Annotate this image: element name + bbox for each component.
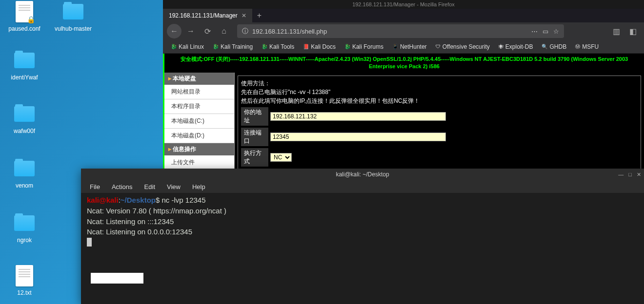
bookmark-ghdb[interactable]: 🔍GHDB (538, 42, 570, 51)
desktop-icon-paused-conf[interactable]: paused.conf (5, 0, 44, 32)
terminal-window: kali@kali: ~/Desktop — □ ✕ FileActionsEd… (81, 169, 644, 304)
folder-icon (63, 4, 83, 19)
sidebar-item[interactable]: 网站根目录 (164, 85, 234, 99)
bookmark-icon: 🕷 (499, 44, 503, 49)
bookmark-icon: 🔍 (542, 44, 547, 49)
new-tab-button[interactable]: + (252, 11, 266, 20)
bookmark-icon: 🐉 (171, 44, 177, 49)
bookmarks-bar: 🐉Kali Linux🐉Kali Training🐉Kali Tools📕Kal… (163, 40, 644, 54)
url-text: 192.168.121.131/shell.php (252, 28, 327, 35)
terminal-title: kali@kali: ~/Desktop (336, 171, 389, 178)
method-label: 执行方式 (241, 148, 268, 167)
forward-button[interactable]: → (183, 24, 198, 38)
desktop-icon-ngrok[interactable]: ngrok (5, 211, 44, 244)
prompt-user: kali@kali (87, 196, 119, 204)
bookmark-offensive-security[interactable]: 🛡Offensive Security (432, 42, 494, 51)
highlight-bar (91, 273, 143, 284)
file-icon (16, 1, 33, 22)
bookmark-icon: 🐉 (344, 44, 350, 49)
bookmark-kali-tools[interactable]: 🐉Kali Tools (258, 42, 298, 51)
bookmark-icon: Ⓜ (575, 43, 580, 50)
icon-label: wafw00f (5, 128, 44, 134)
webshell-status-bar: 安全模式:OFF (关闭)-----192.168.121.131-----WI… (164, 54, 644, 73)
terminal-menu-edit[interactable]: Edit (140, 182, 160, 191)
minimize-icon[interactable]: — (618, 171, 624, 178)
bookmark-msfu[interactable]: ⓂMSFU (571, 42, 603, 51)
terminal-menu-actions[interactable]: Actions (107, 182, 138, 191)
desktop-icon-wafw00f[interactable]: wafw00f (5, 102, 44, 134)
prompt-path: ~/Desktop (121, 196, 156, 204)
more-icon[interactable]: ⋯ (531, 28, 538, 35)
bookmark-label: Kali Linux (179, 43, 204, 50)
terminal-titlebar: kali@kali: ~/Desktop — □ ✕ (81, 169, 644, 180)
library-icon[interactable]: ▥ (609, 24, 624, 38)
terminal-output-line: Ncat: Listening on 0.0.0.0:12345 (87, 227, 638, 237)
tab-label: 192.168.121.131/Manager (169, 12, 238, 19)
bookmark-icon: 🛡 (436, 44, 441, 49)
folder-icon (14, 53, 35, 68)
sidebar-item[interactable]: 本地磁盘(D:) (164, 129, 234, 143)
sidebar-item[interactable]: 本地磁盘(C:) (164, 114, 234, 129)
reader-icon[interactable]: ▭ (543, 28, 548, 35)
firefox-toolbar: ← → ⟳ ⌂ ⓘ 192.168.121.131/shell.php ⋯ ▭ … (163, 22, 644, 40)
bookmark-exploit-db[interactable]: 🕷Exploit-DB (495, 42, 537, 51)
terminal-cursor (87, 238, 92, 247)
bookmark-kali-docs[interactable]: 📕Kali Docs (299, 42, 340, 51)
file-icon (16, 265, 33, 286)
terminal-menu-help[interactable]: Help (187, 182, 210, 191)
method-select[interactable]: NC (270, 153, 292, 162)
ip-label: 你的地址 (241, 107, 268, 126)
back-button[interactable]: ← (167, 24, 181, 38)
icon-label: ngrok (5, 237, 44, 244)
terminal-command: nc -lvp 12345 (160, 196, 205, 204)
bookmark-label: Exploit-DB (505, 43, 533, 50)
home-button[interactable]: ⌂ (217, 24, 231, 38)
terminal-output-line: Ncat: Listening on :::12345 (87, 216, 638, 227)
bookmark-kali-forums[interactable]: 🐉Kali Forums (341, 42, 387, 51)
reload-button[interactable]: ⟳ (200, 24, 215, 38)
desktop-icon-venom[interactable]: venom (5, 157, 44, 189)
sidebar-section-header: 本地硬盘 (164, 73, 234, 85)
bookmark-kali-linux[interactable]: 🐉Kali Linux (167, 42, 208, 51)
bookmark-label: GHDB (549, 43, 566, 50)
maximize-icon[interactable]: □ (628, 171, 632, 178)
bookmark-kali-training[interactable]: 🐉Kali Training (209, 42, 257, 51)
bookmark-icon: 📱 (392, 44, 398, 49)
desktop-icon-identiYwaf[interactable]: identiYwaf (5, 49, 44, 81)
icon-label: 12.txt (5, 289, 44, 296)
bookmark-label: Offensive Security (443, 43, 490, 50)
sidebar-icon[interactable]: ◧ (625, 24, 640, 38)
icon-label: paused.conf (5, 25, 44, 32)
folder-icon (14, 161, 35, 176)
folder-icon (14, 215, 35, 231)
port-input[interactable] (270, 133, 446, 141)
url-bar[interactable]: ⓘ 192.168.121.131/shell.php ⋯ ▭ ☆ (237, 24, 564, 38)
close-tab-icon[interactable]: ✕ (242, 12, 246, 19)
icon-label: identiYwaf (5, 74, 44, 81)
bookmark-label: Kali Training (221, 43, 253, 50)
sidebar-item[interactable]: 上传文件 (164, 155, 234, 170)
firefox-tabstrip: 192.168.121.131/Manager ✕ + (163, 9, 644, 22)
bookmark-nethunter[interactable]: 📱NetHunter (388, 42, 431, 51)
bookmark-label: Kali Tools (269, 43, 294, 50)
browser-tab[interactable]: 192.168.121.131/Manager ✕ (163, 9, 252, 22)
terminal-output-line: Ncat: Version 7.80 ( https://nmap.org/nc… (87, 206, 638, 216)
terminal-menu-view[interactable]: View (162, 182, 185, 191)
terminal-menu-file[interactable]: File (85, 182, 105, 191)
desktop-icon-12-txt[interactable]: 12.txt (5, 264, 44, 296)
info-icon[interactable]: ⓘ (242, 27, 248, 36)
icon-label: vulhub-master (54, 25, 93, 32)
port-label: 连接端口 (241, 128, 268, 146)
close-icon[interactable]: ✕ (637, 171, 641, 178)
bookmark-label: Kali Forums (352, 43, 383, 50)
terminal-body[interactable]: kali@kali:~/Desktop$ nc -lvp 12345 Ncat:… (81, 193, 644, 304)
sidebar-section-header: 信息操作 (164, 143, 234, 155)
terminal-menubar: FileActionsEditViewHelp (81, 180, 644, 193)
sidebar-item[interactable]: 本程序目录 (164, 99, 234, 114)
ip-input[interactable] (270, 112, 446, 121)
usage-title: 使用方法： (241, 79, 638, 88)
bookmark-star-icon[interactable]: ☆ (553, 28, 559, 35)
desktop-icon-vulhub-master[interactable]: vulhub-master (54, 0, 93, 32)
firefox-titlebar: 192.168.121.131/Manager - Mozilla Firefo… (163, 0, 644, 9)
usage-line: 然后在此填写你电脑的IP,点连接！此反弹很全很实用！包括NC反弹！ (241, 96, 638, 105)
